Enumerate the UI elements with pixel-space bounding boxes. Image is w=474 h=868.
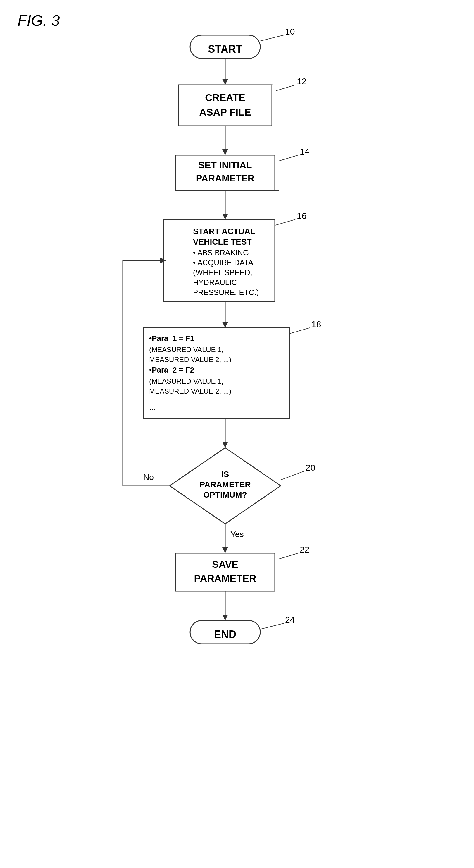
svg-text:22: 22 xyxy=(300,545,309,554)
svg-rect-56 xyxy=(275,553,279,591)
svg-text:MEASURED VALUE 2, ...): MEASURED VALUE 2, ...) xyxy=(149,355,231,364)
svg-text:24: 24 xyxy=(285,615,295,624)
svg-marker-62 xyxy=(222,615,228,620)
svg-text:START: START xyxy=(208,43,242,55)
svg-line-59 xyxy=(279,553,298,559)
figure-label: FIG. 3 xyxy=(18,12,60,29)
svg-text:• ACQUIRE DATA: • ACQUIRE DATA xyxy=(193,258,253,267)
svg-text:No: No xyxy=(143,473,154,482)
svg-text:VEHICLE TEST: VEHICLE TEST xyxy=(193,237,252,246)
svg-text:12: 12 xyxy=(297,76,306,86)
svg-rect-34 xyxy=(143,328,290,418)
svg-text:(WHEEL SPEED,: (WHEEL SPEED, xyxy=(193,268,252,277)
flowchart-diagram: START 10 CREATE ASAP FILE 12 SET INITIAL… xyxy=(0,0,474,868)
svg-text:(MEASURED VALUE 1,: (MEASURED VALUE 1, xyxy=(149,377,224,385)
svg-text:START ACTUAL: START ACTUAL xyxy=(193,227,255,236)
svg-text:Yes: Yes xyxy=(230,530,244,539)
svg-marker-71 xyxy=(160,257,166,264)
svg-text:•Para_2 = F2: •Para_2 = F2 xyxy=(149,366,194,374)
svg-marker-13 xyxy=(222,149,228,155)
svg-line-2 xyxy=(260,35,284,41)
svg-rect-6 xyxy=(178,85,272,126)
svg-text:PARAMETER: PARAMETER xyxy=(199,480,250,489)
svg-rect-7 xyxy=(272,85,276,126)
svg-marker-45 xyxy=(222,442,228,448)
svg-line-42 xyxy=(290,328,310,334)
svg-text:16: 16 xyxy=(297,211,306,221)
svg-marker-33 xyxy=(222,322,228,328)
svg-text:PARAMETER: PARAMETER xyxy=(196,173,255,184)
svg-marker-21 xyxy=(222,214,228,219)
svg-text:•Para_1 = F1: •Para_1 = F1 xyxy=(149,334,194,343)
svg-marker-5 xyxy=(222,79,228,85)
svg-text:20: 20 xyxy=(306,463,315,472)
svg-text:(MEASURED VALUE 1,: (MEASURED VALUE 1, xyxy=(149,346,224,353)
svg-rect-22 xyxy=(164,219,275,302)
svg-rect-63 xyxy=(190,620,260,644)
svg-line-18 xyxy=(279,155,298,161)
svg-text:HYDRAULIC: HYDRAULIC xyxy=(193,278,237,287)
svg-text:...: ... xyxy=(149,402,156,411)
svg-text:END: END xyxy=(214,628,236,640)
svg-text:ASAP FILE: ASAP FILE xyxy=(199,106,251,118)
svg-text:PARAMETER: PARAMETER xyxy=(194,573,257,584)
svg-text:PRESSURE, ETC.): PRESSURE, ETC.) xyxy=(193,288,259,297)
svg-line-10 xyxy=(276,85,295,91)
svg-text:10: 10 xyxy=(285,27,295,36)
svg-text:SET INITIAL: SET INITIAL xyxy=(198,160,252,170)
svg-line-30 xyxy=(275,219,295,225)
svg-text:14: 14 xyxy=(300,147,309,156)
svg-text:CREATE: CREATE xyxy=(205,92,245,103)
svg-text:IS: IS xyxy=(222,470,229,479)
svg-text:• ABS BRAKING: • ABS BRAKING xyxy=(193,248,249,257)
svg-rect-14 xyxy=(175,155,275,190)
svg-text:MEASURED VALUE 2, ...): MEASURED VALUE 2, ...) xyxy=(149,387,231,395)
svg-text:OPTIMUM?: OPTIMUM? xyxy=(203,490,247,499)
svg-text:SAVE: SAVE xyxy=(212,559,238,570)
svg-marker-46 xyxy=(170,448,281,524)
svg-line-65 xyxy=(260,623,284,629)
svg-rect-0 xyxy=(190,35,260,59)
svg-rect-55 xyxy=(175,553,275,591)
svg-line-50 xyxy=(281,471,304,480)
svg-marker-54 xyxy=(222,547,228,553)
svg-text:18: 18 xyxy=(311,319,321,329)
svg-rect-15 xyxy=(275,155,279,190)
